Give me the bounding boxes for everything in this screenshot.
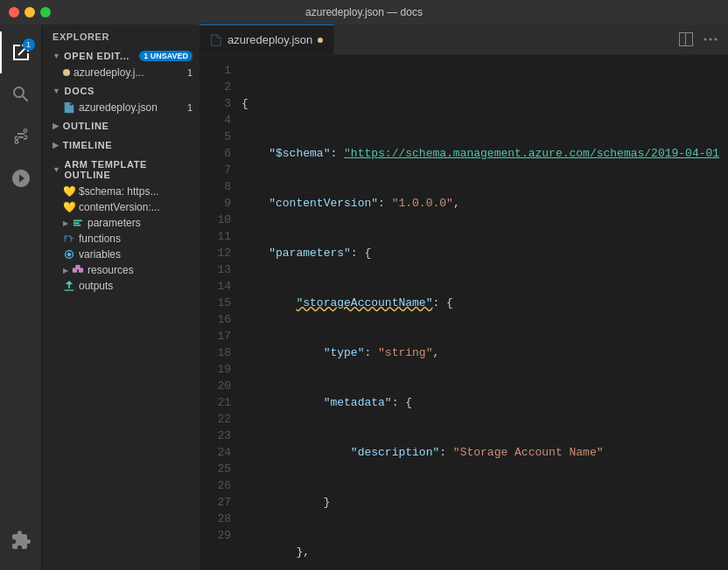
docs-file-item[interactable]: azuredeploy.json 1 bbox=[42, 100, 200, 115]
arm-resources-label: resources bbox=[88, 264, 134, 276]
open-editors-chevron bbox=[52, 52, 60, 60]
arm-functions-label: functions bbox=[79, 233, 121, 245]
tab-filename: azuredeploy.json bbox=[228, 33, 312, 46]
key-icon: 💛 bbox=[63, 185, 75, 198]
code-line-4: "parameters": { bbox=[242, 245, 728, 261]
app-body: 1 EXPLORER OPEN EDIT... 1 UNSAVED azured… bbox=[0, 24, 728, 570]
arm-functions-item[interactable]: functions bbox=[42, 231, 200, 247]
code-line-9: } bbox=[242, 494, 728, 511]
code-line-6: "type": "string", bbox=[242, 344, 728, 361]
parameters-icon bbox=[72, 217, 84, 229]
activity-run[interactable] bbox=[0, 157, 42, 199]
close-button[interactable] bbox=[9, 7, 19, 17]
explorer-header: EXPLORER bbox=[42, 24, 200, 45]
timeline-label: TIMELINE bbox=[63, 140, 113, 150]
functions-icon bbox=[63, 233, 75, 245]
arm-schema-label: $schema: https... bbox=[79, 185, 158, 198]
open-editors-label: OPEN EDIT... bbox=[64, 51, 136, 61]
arm-outline-label: ARM TEMPLATE OUTLINE bbox=[65, 159, 189, 180]
split-editor-button[interactable] bbox=[676, 29, 696, 50]
arm-contentversion-item[interactable]: 💛 contentVersion:... bbox=[42, 199, 200, 215]
sidebar: EXPLORER OPEN EDIT... 1 UNSAVED azuredep… bbox=[42, 24, 200, 570]
code-line-2: "$schema": "https://schema.management.az… bbox=[242, 145, 728, 162]
arm-schema-item[interactable]: 💛 $schema: https... bbox=[42, 184, 200, 199]
traffic-lights[interactable] bbox=[9, 7, 51, 17]
svg-rect-1 bbox=[74, 222, 80, 224]
json-file-icon bbox=[63, 101, 75, 114]
arm-variables-label: variables bbox=[79, 248, 121, 261]
editor-content[interactable]: 1 2 3 4 5 6 7 8 9 10 11 12 13 14 15 16 1 bbox=[200, 55, 728, 570]
code-line-8: "description": "Storage Account Name" bbox=[242, 444, 728, 461]
code-line-3: "contentVersion": "1.0.0.0", bbox=[242, 195, 728, 212]
open-file-badge: 1 bbox=[187, 67, 192, 78]
timeline-chevron bbox=[52, 141, 60, 149]
minimize-button[interactable] bbox=[24, 7, 35, 17]
svg-rect-6 bbox=[75, 265, 80, 269]
arm-outline-chevron bbox=[52, 165, 61, 174]
activity-source-control[interactable] bbox=[0, 115, 42, 157]
tab-bar-actions bbox=[676, 24, 728, 54]
arm-parameters-label: parameters bbox=[88, 217, 141, 229]
editor-area: azuredeploy.json 1 2 3 4 5 bbox=[200, 24, 728, 570]
outline-chevron bbox=[52, 122, 60, 130]
open-filename: azuredeploy.j... bbox=[74, 66, 144, 79]
code-lines: { "$schema": "https://schema.management.… bbox=[242, 62, 728, 570]
resources-icon bbox=[72, 264, 84, 276]
key-icon-2: 💛 bbox=[63, 201, 75, 213]
resources-chevron bbox=[63, 267, 68, 275]
modified-dot bbox=[63, 69, 70, 76]
arm-variables-item[interactable]: variables bbox=[42, 247, 200, 262]
docs-section[interactable]: DOCS bbox=[42, 80, 200, 100]
arm-resources-item[interactable]: resources bbox=[42, 262, 200, 278]
svg-point-8 bbox=[704, 38, 707, 41]
outline-section[interactable]: OUTLINE bbox=[42, 115, 200, 135]
line-numbers: 1 2 3 4 5 6 7 8 9 10 11 12 13 14 15 16 1 bbox=[200, 62, 242, 570]
outline-label: OUTLINE bbox=[63, 121, 109, 131]
svg-point-10 bbox=[715, 38, 718, 41]
svg-rect-2 bbox=[74, 225, 81, 226]
activity-explorer[interactable]: 1 bbox=[0, 31, 42, 73]
open-file-item[interactable]: azuredeploy.j... 1 bbox=[42, 65, 200, 80]
open-editors-section[interactable]: OPEN EDIT... 1 UNSAVED bbox=[42, 45, 200, 65]
docs-filename: azuredeploy.json bbox=[79, 101, 158, 114]
variables-icon bbox=[63, 248, 75, 261]
docs-chevron bbox=[52, 87, 61, 95]
code-line-5: "storageAccountName": { bbox=[242, 295, 728, 311]
unsaved-badge: 1 UNSAVED bbox=[139, 51, 192, 61]
code-container: 1 2 3 4 5 6 7 8 9 10 11 12 13 14 15 16 1 bbox=[200, 62, 728, 570]
window-title: azuredeploy.json — docs bbox=[305, 6, 423, 18]
parameters-chevron bbox=[63, 219, 68, 227]
activity-search[interactable] bbox=[0, 73, 42, 115]
svg-rect-0 bbox=[74, 220, 83, 222]
tab-bar: azuredeploy.json bbox=[200, 24, 728, 55]
code-line-1: { bbox=[242, 95, 728, 112]
activity-bar: 1 bbox=[0, 24, 42, 570]
editor-tab[interactable]: azuredeploy.json bbox=[200, 24, 334, 54]
code-line-7: "metadata": { bbox=[242, 394, 728, 411]
activity-extensions[interactable] bbox=[0, 519, 42, 561]
arm-parameters-item[interactable]: parameters bbox=[42, 215, 200, 231]
arm-outline-section[interactable]: ARM TEMPLATE OUTLINE bbox=[42, 154, 200, 184]
titlebar: azuredeploy.json — docs bbox=[0, 0, 728, 24]
more-actions-button[interactable] bbox=[700, 29, 721, 50]
tab-modified-dot bbox=[318, 38, 323, 43]
svg-point-9 bbox=[710, 38, 712, 41]
outputs-icon bbox=[63, 280, 75, 292]
explorer-badge: 1 bbox=[23, 38, 35, 51]
arm-contentversion-label: contentVersion:... bbox=[79, 201, 160, 213]
arm-outputs-label: outputs bbox=[79, 280, 113, 292]
svg-rect-7 bbox=[65, 289, 74, 290]
code-line-10: }, bbox=[242, 544, 728, 560]
tab-file-icon bbox=[210, 34, 222, 46]
timeline-section[interactable]: TIMELINE bbox=[42, 135, 200, 154]
docs-label: DOCS bbox=[65, 86, 94, 96]
docs-file-badge: 1 bbox=[187, 102, 192, 113]
arm-outputs-item[interactable]: outputs bbox=[42, 278, 200, 294]
maximize-button[interactable] bbox=[40, 7, 51, 17]
